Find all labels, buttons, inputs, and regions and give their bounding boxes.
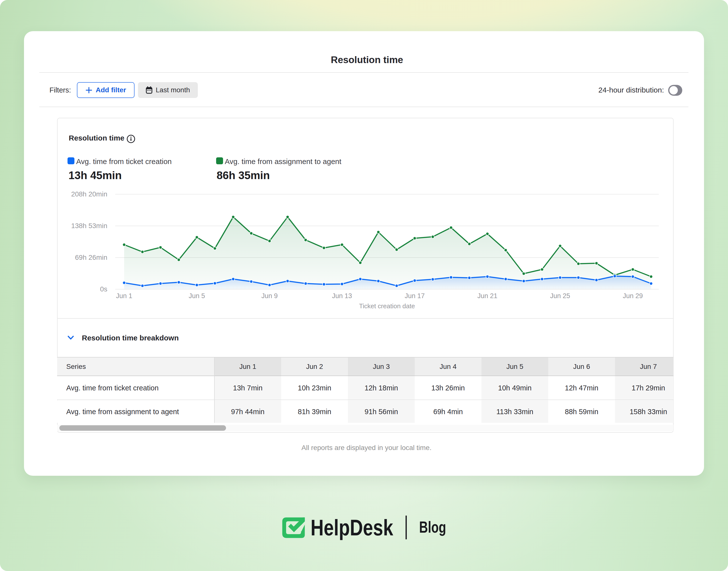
svg-text:Blog: Blog (419, 518, 446, 536)
svg-text:HelpDesk: HelpDesk (311, 515, 393, 540)
